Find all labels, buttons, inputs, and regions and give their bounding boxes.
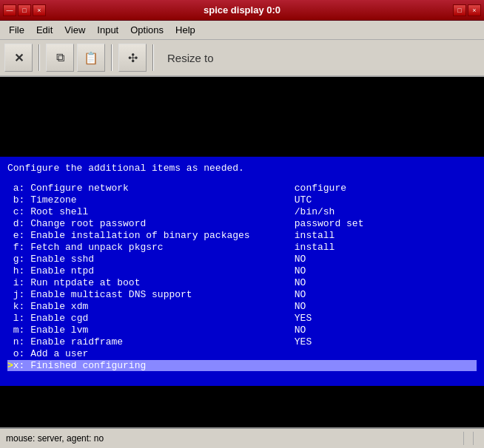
terminal-row-val: YES	[295, 313, 312, 324]
menu-help[interactable]: Help	[169, 23, 201, 37]
copy-icon: ⧉	[56, 51, 64, 64]
title-bar-left-controls[interactable]: — □ ×	[3, 4, 46, 16]
terminal-row-val: password set	[295, 218, 364, 229]
terminal-row-key: k: Enable xdm	[13, 301, 295, 312]
terminal-row-val: NO	[295, 277, 306, 288]
terminal-row-key: e: Enable installation of binary package…	[13, 230, 295, 241]
terminal-row-key: d: Change root password	[13, 218, 295, 229]
terminal-row-val: install	[295, 230, 335, 241]
terminal-row-key: c: Root shell	[13, 206, 295, 217]
move-icon: ✣	[128, 51, 138, 65]
terminal-row-key: m: Enable lvm	[13, 325, 295, 336]
terminal-row: d: Change root passwordpassword set	[7, 218, 477, 229]
menu-edit[interactable]: Edit	[30, 23, 58, 37]
terminal-row: >x: Finished configuring	[7, 360, 477, 371]
terminal-row-val: /bin/sh	[295, 206, 335, 217]
terminal-row-val: UTC	[295, 194, 312, 206]
terminal-row: o: Add a user	[7, 348, 477, 359]
maximize-button[interactable]: □	[18, 4, 31, 16]
terminal-row-key: x: Finished configuring	[13, 360, 287, 371]
menu-view[interactable]: View	[58, 23, 91, 37]
terminal-row-key: j: Enable multicast DNS support	[13, 289, 295, 300]
terminal-row: m: Enable lvmNO	[7, 325, 477, 336]
terminal-row-val: NO	[295, 325, 306, 336]
resize-to-label: Resize to	[160, 52, 221, 64]
terminal-row: g: Enable sshdNO	[7, 254, 477, 265]
status-bar: mouse: server, agent: no	[0, 427, 484, 448]
close-tool-button[interactable]: ✕	[4, 44, 33, 72]
terminal-row: l: Enable cgdYES	[7, 313, 477, 324]
paste-tool-button[interactable]: 📋	[77, 44, 105, 72]
terminal-row-val: NO	[295, 265, 306, 276]
terminal-row-key: i: Run ntpdate at boot	[13, 277, 295, 288]
menu-input[interactable]: Input	[91, 23, 124, 37]
terminal-row: f: Fetch and unpack pkgsrcinstall	[7, 242, 477, 253]
terminal-header: Configure the additional items as needed…	[7, 163, 477, 174]
terminal-row-val: NO	[295, 301, 306, 312]
display-area	[0, 77, 484, 157]
terminal-row: i: Run ntpdate at bootNO	[7, 277, 477, 288]
close-icon: ✕	[14, 51, 24, 65]
status-divider-2	[473, 432, 474, 445]
terminal-row: e: Enable installation of binary package…	[7, 230, 477, 241]
toolbar-separator-2	[111, 44, 112, 71]
terminal-row-val: NO	[295, 254, 306, 265]
terminal-row: n: Enable raidframeYES	[7, 336, 477, 347]
status-divider-1	[463, 432, 464, 445]
terminal-row-key: l: Enable cgd	[13, 313, 295, 324]
terminal-area[interactable]: Configure the additional items as needed…	[0, 157, 484, 386]
terminal-header-text: Configure the additional items as needed…	[7, 163, 244, 174]
window-title: spice display 0:0	[204, 4, 280, 16]
terminal-row: h: Enable ntpdNO	[7, 265, 477, 276]
terminal-row-key: f: Fetch and unpack pkgsrc	[13, 242, 295, 253]
minimize-button[interactable]: —	[3, 4, 16, 16]
toolbar-separator-3	[152, 44, 154, 71]
terminal-prompt: >	[7, 360, 13, 371]
menu-bar: File Edit View Input Options Help	[0, 21, 484, 40]
terminal-row-key: o: Add a user	[13, 348, 295, 359]
terminal-row: a: Configure networkconfigure	[7, 183, 477, 194]
terminal-row-val: configure	[295, 183, 346, 194]
terminal-rows: a: Configure networkconfigure b: Timezon…	[7, 183, 477, 371]
toolbar-separator-1	[38, 44, 40, 71]
terminal-row: c: Root shell/bin/sh	[7, 206, 477, 217]
close-button-right[interactable]: ×	[468, 4, 481, 16]
terminal-row: b: TimezoneUTC	[7, 194, 477, 206]
terminal-row-key: b: Timezone	[13, 194, 295, 206]
copy-tool-button[interactable]: ⧉	[46, 44, 74, 72]
terminal-row-key: h: Enable ntpd	[13, 265, 295, 276]
move-tool-button[interactable]: ✣	[118, 44, 147, 72]
terminal-row-val: NO	[295, 289, 306, 300]
menu-file[interactable]: File	[3, 23, 30, 37]
status-text: mouse: server, agent: no	[6, 433, 459, 444]
terminal-row-val: YES	[295, 336, 312, 347]
title-bar: — □ × spice display 0:0 □ ×	[0, 0, 484, 21]
terminal-row-val: install	[295, 242, 335, 253]
terminal-row-key: n: Enable raidframe	[13, 336, 295, 347]
title-bar-right-controls[interactable]: □ ×	[453, 4, 481, 16]
paste-icon: 📋	[84, 51, 98, 65]
terminal-row-key: g: Enable sshd	[13, 254, 295, 265]
terminal-row: j: Enable multicast DNS supportNO	[7, 289, 477, 300]
terminal-row: k: Enable xdmNO	[7, 301, 477, 312]
menu-options[interactable]: Options	[124, 23, 169, 37]
toolbar: ✕ ⧉ 📋 ✣ Resize to	[0, 40, 484, 77]
restore-button[interactable]: □	[453, 4, 466, 16]
terminal-row-key: a: Configure network	[13, 183, 295, 194]
close-button[interactable]: ×	[33, 4, 46, 16]
